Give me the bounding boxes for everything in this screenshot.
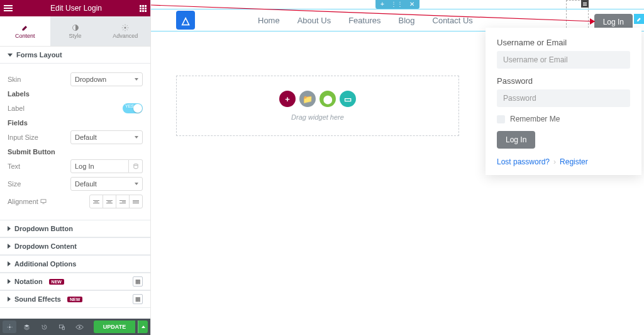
panel-footer: UPDATE (0, 319, 150, 335)
new-badge: NEW (67, 297, 82, 302)
preset-icon[interactable]: ▦ (133, 276, 143, 287)
caret-right-icon (8, 297, 11, 302)
folder-icon[interactable]: 📁 (299, 91, 316, 107)
nav-contact[interactable]: Contact Us (433, 16, 473, 25)
apps-icon[interactable] (140, 5, 147, 12)
widget-dropzone[interactable]: + 📁 ⬤ ▭ Drag widget here (176, 76, 459, 136)
login-dropdown-card: Username or Email Username or Email Pass… (486, 28, 641, 175)
username-input[interactable]: Username or Email (497, 51, 630, 69)
remember-me-checkbox[interactable]: Remember Me (497, 115, 630, 123)
chevron-down-icon (135, 136, 138, 139)
checkbox-icon (497, 115, 505, 123)
lost-password-link[interactable]: Lost password? (497, 157, 550, 166)
caret-right-icon (8, 226, 11, 231)
fields-heading: Fields (8, 119, 143, 127)
tab-style[interactable]: Style (50, 16, 101, 46)
align-right-button[interactable] (116, 195, 130, 208)
panel-header: Edit User Login (0, 0, 150, 16)
input-size-select[interactable]: Default (70, 130, 143, 144)
input-size-label: Input Size (8, 133, 38, 141)
caret-down-icon (8, 54, 13, 57)
svg-point-4 (9, 326, 11, 328)
update-options-button[interactable] (138, 321, 148, 333)
desktop-icon (40, 199, 47, 204)
skin-select[interactable]: Dropdown (70, 72, 143, 86)
section-dropdown-content[interactable]: Dropdown Content (0, 237, 150, 255)
update-button[interactable]: UPDATE (94, 321, 135, 333)
section-dropdown-button[interactable]: Dropdown Button (0, 220, 150, 237)
responsive-icon (58, 324, 65, 331)
size-select[interactable]: Default (70, 177, 143, 191)
nav-features[interactable]: Features (348, 16, 380, 25)
section-sound-effects[interactable]: Sound EffectsNEW▦ (0, 290, 150, 308)
register-link[interactable]: Register (560, 157, 588, 166)
eye-icon (75, 324, 84, 331)
align-left-button[interactable] (89, 195, 103, 208)
caret-right-icon (8, 244, 11, 249)
nav-blog[interactable]: Blog (398, 16, 414, 25)
svg-point-1 (125, 26, 126, 28)
caret-up-icon (142, 326, 145, 328)
svg-point-7 (79, 326, 80, 327)
menu-icon[interactable] (4, 5, 13, 11)
editor-panel: Edit User Login Content Style Advanced F… (0, 0, 151, 335)
dynamic-tags-button[interactable] (129, 159, 143, 173)
chevron-down-icon (135, 78, 138, 81)
username-label: Username or Email (497, 38, 630, 47)
text-label: Text (8, 162, 20, 170)
preset-icon[interactable]: ▦ (133, 294, 143, 304)
preview-button[interactable] (72, 321, 87, 333)
history-icon (41, 324, 48, 331)
add-widget-icon[interactable]: + (279, 91, 296, 107)
svg-point-2 (134, 164, 138, 166)
panel-tabs: Content Style Advanced (0, 16, 150, 47)
size-label: Size (8, 180, 21, 188)
submit-heading: Submit Button (8, 148, 143, 156)
section-notation[interactable]: NotationNEW▦ (0, 273, 150, 290)
template-icon[interactable]: ⬤ (319, 91, 336, 107)
new-badge: NEW (49, 279, 64, 285)
password-input[interactable]: Password (497, 89, 630, 107)
pencil-icon (636, 16, 642, 22)
preview-canvas: + ⋮⋮ ✕ △ Home About Us Features Blog Con… (151, 0, 644, 335)
database-icon (133, 163, 139, 169)
chevron-down-icon (135, 183, 138, 185)
section-forms-layout[interactable]: Forms Layout (0, 47, 150, 64)
contrast-icon (72, 24, 79, 31)
panel-body: Forms Layout Skin Dropdown Labels Label … (0, 47, 150, 319)
gear-icon (6, 324, 13, 331)
caret-right-icon (8, 261, 11, 266)
tab-content[interactable]: Content (0, 16, 50, 46)
gear-icon (121, 24, 129, 31)
align-center-button[interactable] (103, 195, 116, 208)
login-links: Lost password?›Register (497, 157, 630, 166)
site-logo[interactable]: △ (176, 11, 195, 30)
label-toggle[interactable]: YES (123, 103, 143, 113)
button-text-input[interactable]: Log In (70, 159, 129, 173)
panel-title: Edit User Login (50, 4, 102, 13)
navigator-button[interactable] (19, 321, 34, 333)
block-icon[interactable]: ▭ (340, 91, 356, 107)
align-justify-button[interactable] (129, 195, 143, 208)
section-additional-options[interactable]: Additional Options (0, 255, 150, 273)
svg-rect-3 (41, 200, 46, 203)
layers-icon (23, 324, 30, 331)
login-submit-button[interactable]: Log In (497, 131, 535, 149)
label-row-label: Label (8, 105, 25, 112)
alignment-label: Alignment (8, 198, 47, 205)
edit-widget-handle[interactable] (634, 14, 644, 24)
settings-button[interactable] (3, 321, 16, 333)
dropzone-icons: + 📁 ⬤ ▭ (279, 91, 356, 107)
dropzone-text: Drag widget here (291, 113, 344, 121)
responsive-button[interactable] (54, 321, 69, 333)
nav-about[interactable]: About Us (297, 16, 331, 25)
password-label: Password (497, 76, 630, 86)
history-button[interactable] (36, 321, 52, 333)
skin-label: Skin (8, 76, 21, 83)
tab-advanced[interactable]: Advanced (100, 16, 150, 46)
alignment-group (89, 195, 143, 208)
caret-right-icon (8, 279, 11, 284)
column-icon[interactable] (581, 0, 589, 8)
nav-links: Home About Us Features Blog Contact Us (258, 16, 473, 25)
nav-home[interactable]: Home (258, 16, 280, 25)
